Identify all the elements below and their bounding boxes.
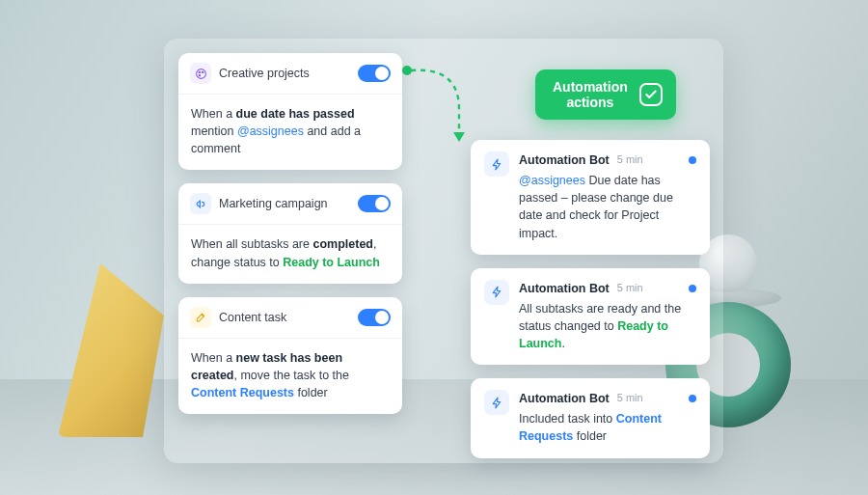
automation-rule-card[interactable]: Content task When a new task has been cr… — [178, 297, 402, 414]
automation-rule-card[interactable]: Creative projects When a due date has pa… — [178, 53, 402, 170]
status-ready-to-launch[interactable]: Ready to Launch — [283, 256, 380, 269]
note-text: Included task into Content Requests fold… — [519, 410, 696, 445]
bolt-icon — [484, 280, 509, 305]
unread-dot-icon — [689, 395, 696, 402]
note-author: Automation Bot — [519, 280, 610, 297]
svg-point-3 — [202, 71, 203, 72]
automation-log-item[interactable]: Automation Bot 5 min All subtasks are re… — [471, 268, 710, 366]
megaphone-icon — [190, 193, 211, 214]
automation-actions-badge: Automation actions — [535, 69, 676, 120]
note-time: 5 min — [617, 281, 643, 296]
note-time: 5 min — [617, 152, 643, 168]
svg-point-4 — [199, 74, 200, 75]
note-author: Automation Bot — [519, 151, 610, 169]
rule-toggle[interactable] — [358, 309, 391, 326]
rule-toggle[interactable] — [358, 195, 391, 212]
automation-log-item[interactable]: Automation Bot 5 min Included task into … — [471, 378, 710, 457]
card-header: Creative projects — [178, 53, 402, 95]
bolt-icon — [484, 390, 509, 415]
card-body: When all subtasks are completed, change … — [178, 225, 402, 283]
svg-point-1 — [196, 69, 205, 78]
automation-log-item[interactable]: Automation Bot 5 min @assignees Due date… — [471, 140, 710, 255]
note-text: @assignees Due date has passed – please … — [519, 172, 696, 242]
note-time: 5 min — [617, 391, 643, 406]
automation-rule-card[interactable]: Marketing campaign When all subtasks are… — [178, 183, 402, 283]
card-title: Creative projects — [219, 67, 350, 80]
rule-toggle[interactable] — [358, 65, 391, 82]
badge-line2: actions — [553, 95, 628, 110]
svg-point-2 — [199, 71, 200, 72]
card-title: Marketing campaign — [219, 197, 350, 210]
mention-assignees[interactable]: @assignees — [519, 174, 585, 187]
card-header: Marketing campaign — [178, 183, 402, 225]
automation-rules-list: Creative projects When a due date has pa… — [178, 53, 402, 414]
folder-content-requests[interactable]: Content Requests — [191, 386, 294, 399]
check-icon — [639, 83, 663, 106]
card-body: When a due date has passed mention @assi… — [178, 95, 402, 170]
palette-icon — [190, 63, 211, 84]
card-body: When a new task has been created, move t… — [178, 339, 402, 414]
bolt-icon — [484, 151, 509, 177]
edit-icon — [190, 307, 211, 328]
unread-dot-icon — [689, 156, 696, 164]
unread-dot-icon — [689, 285, 696, 292]
badge-line1: Automation — [553, 79, 628, 95]
card-title: Content task — [219, 311, 350, 324]
note-text: All subtasks are ready and the status ch… — [519, 300, 696, 352]
mention-assignees[interactable]: @assignees — [237, 124, 304, 138]
card-header: Content task — [178, 297, 402, 339]
automation-log-list: Automation Bot 5 min @assignees Due date… — [471, 140, 710, 458]
note-author: Automation Bot — [519, 390, 610, 407]
